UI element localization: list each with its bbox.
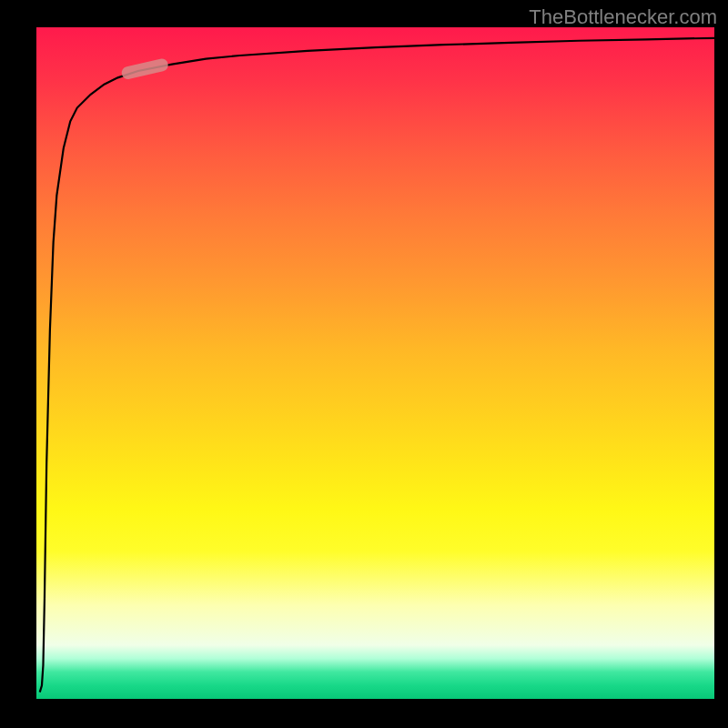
chart-curve-svg (36, 27, 714, 699)
watermark-text: TheBottlenecker.com (529, 5, 717, 29)
svg-rect-0 (120, 57, 169, 80)
curve-marker (120, 57, 169, 80)
chart-plot-area (36, 27, 714, 699)
bottleneck-curve (40, 38, 714, 693)
